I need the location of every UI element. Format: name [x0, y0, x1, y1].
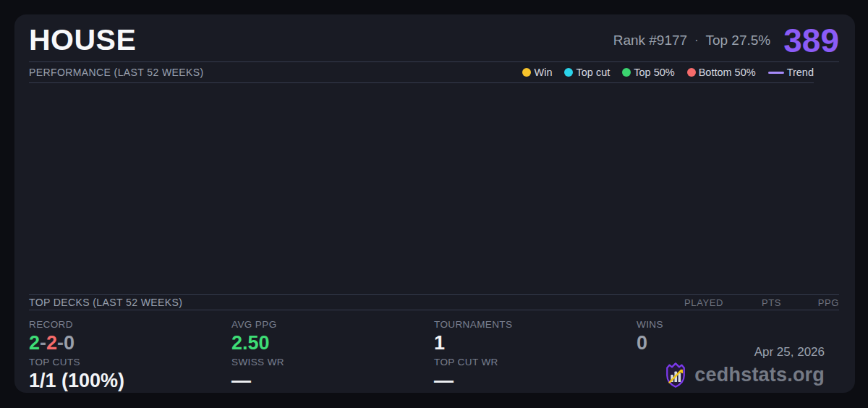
report-date: Apr 25, 2026	[663, 345, 825, 360]
stat-value-top-cuts: 1/1 (100%)	[29, 370, 224, 392]
legend-label: Trend	[787, 67, 814, 78]
brand-row: cedhstats.org	[663, 361, 825, 388]
stat-top-cut-wr: TOP CUT WR —	[434, 357, 629, 392]
score-value: 389	[783, 21, 839, 60]
stat-label: TOP CUTS	[29, 357, 224, 367]
brand-name: cedhstats.org	[694, 364, 825, 386]
top-cut-dot-icon	[564, 68, 573, 77]
performance-section-title: PERFORMANCE (LAST 52 WEEKS)	[29, 67, 204, 78]
rank-summary: Rank #9177 · Top 27.5% 389	[613, 20, 839, 61]
stat-label: RECORD	[29, 319, 224, 330]
record-losses: 2	[46, 332, 57, 354]
page-title: HOUSE	[29, 18, 136, 61]
legend-label: Bottom 50%	[699, 67, 756, 78]
trend-line-icon	[768, 72, 784, 74]
legend-label: Top 50%	[634, 67, 674, 78]
record-wins: 2	[29, 332, 40, 354]
stat-value-avg-ppg: 2.50	[231, 332, 427, 354]
top-decks-header-row: TOP DECKS (LAST 52 WEEKS) PLAYED PTS PPG	[29, 294, 839, 310]
legend-item-top-cut: Top cut	[564, 67, 610, 78]
stat-value-top-cut-wr: —	[434, 370, 629, 392]
rank-separator: ·	[694, 20, 698, 61]
top50-dot-icon	[622, 68, 631, 77]
record-separator: -	[40, 332, 46, 354]
bottom50-dot-icon	[687, 68, 696, 77]
legend-label: Top cut	[576, 67, 610, 78]
legend-item-trend: Trend	[768, 67, 814, 78]
top-decks-section-title: TOP DECKS (LAST 52 WEEKS)	[29, 297, 182, 308]
stat-record: RECORD 2-2-0	[29, 319, 224, 354]
stat-value-record: 2-2-0	[29, 332, 224, 354]
stat-avg-ppg: AVG PPG 2.50	[231, 319, 427, 354]
card-footer: Apr 25, 2026 cedhstats.org	[663, 345, 825, 388]
record-draws: 0	[64, 332, 75, 354]
cedhstats-shield-logo-icon	[663, 361, 689, 388]
stat-label: TOP CUT WR	[434, 357, 629, 367]
top-percent: Top 27.5%	[705, 20, 770, 61]
rank-text: Rank #9177 · Top 27.5%	[613, 20, 771, 61]
stat-value-tournaments: 1	[434, 332, 629, 354]
stat-label: TOURNAMENTS	[434, 319, 629, 330]
performance-chart	[29, 83, 839, 294]
column-header-played: PLAYED	[665, 297, 723, 308]
stat-top-cuts: TOP CUTS 1/1 (100%)	[29, 357, 224, 392]
top-decks-columns: PLAYED PTS PPG	[665, 297, 839, 308]
performance-header-row: PERFORMANCE (LAST 52 WEEKS) Win Top cut …	[29, 62, 814, 83]
stat-swiss-wr: SWISS WR —	[231, 357, 427, 392]
chart-legend: Win Top cut Top 50% Bottom 50% Trend	[522, 67, 814, 78]
column-header-ppg: PPG	[781, 297, 839, 308]
stat-label: AVG PPG	[231, 319, 427, 330]
stat-label: SWISS WR	[231, 357, 427, 367]
stat-tournaments: TOURNAMENTS 1	[434, 319, 629, 354]
legend-item-win: Win	[522, 67, 552, 78]
win-dot-icon	[522, 68, 531, 77]
stats-card: HOUSE Rank #9177 · Top 27.5% 389 PERFORM…	[14, 14, 855, 393]
stats-grid: RECORD 2-2-0 AVG PPG 2.50 TOURNAMENTS 1 …	[14, 310, 855, 393]
stat-value-swiss-wr: —	[231, 370, 427, 392]
record-separator: -	[57, 332, 64, 354]
stat-label: WINS	[637, 319, 832, 330]
card-header: HOUSE Rank #9177 · Top 27.5% 389	[29, 14, 839, 62]
rank-number: Rank #9177	[613, 20, 687, 61]
legend-item-top50: Top 50%	[622, 67, 674, 78]
legend-item-bottom50: Bottom 50%	[687, 67, 756, 78]
column-header-pts: PTS	[723, 297, 781, 308]
legend-label: Win	[534, 67, 552, 78]
